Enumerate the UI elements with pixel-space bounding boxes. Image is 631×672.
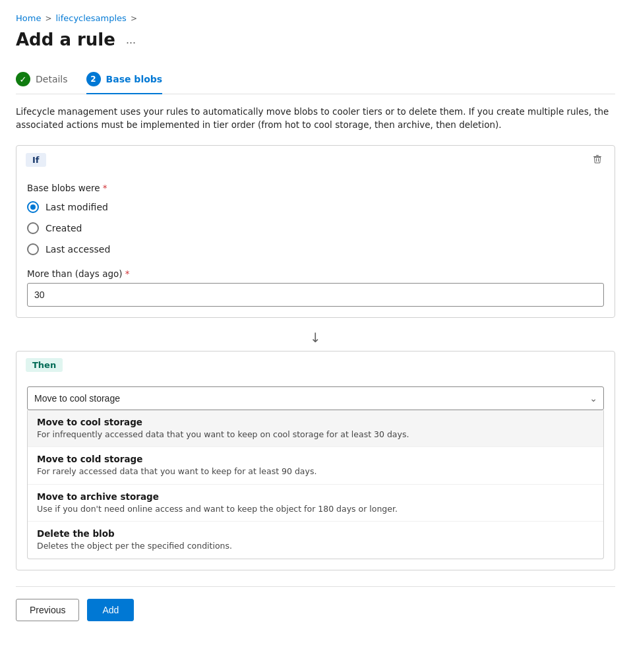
radio-group: Last modified Created Last accessed	[27, 201, 604, 255]
days-ago-input[interactable]	[27, 283, 604, 307]
action-dropdown[interactable]: Move to cool storage Move to cold storag…	[27, 386, 604, 410]
previous-button[interactable]: Previous	[16, 599, 79, 621]
breadcrumb-sep1: >	[45, 14, 51, 23]
add-button[interactable]: Add	[87, 599, 134, 621]
dropdown-option-cold-desc: For rarely accessed data that you want t…	[37, 466, 594, 477]
breadcrumb: Home > lifecyclesamples >	[16, 13, 615, 23]
page-title-row: Add a rule ...	[16, 30, 615, 49]
tab-base-blobs-label: Base blobs	[106, 74, 163, 84]
breadcrumb-sep2: >	[131, 14, 137, 23]
radio-last-modified-circle	[27, 201, 39, 213]
radio-created-label: Created	[45, 223, 82, 233]
dropdown-option-archive[interactable]: Move to archive storage Use if you don't…	[28, 484, 603, 522]
dropdown-menu: Move to cool storage For infrequently ac…	[27, 410, 604, 559]
dropdown-option-cool-desc: For infrequently accessed data that you …	[37, 429, 594, 441]
tabs-row: ✓ Details 2 Base blobs	[16, 65, 615, 94]
footer-bar: Previous Add	[16, 586, 615, 625]
radio-last-modified-label: Last modified	[45, 202, 108, 212]
dropdown-option-delete[interactable]: Delete the blob Deletes the object per t…	[28, 521, 603, 559]
if-delete-button[interactable]	[589, 152, 605, 168]
dropdown-option-archive-title: Move to archive storage	[37, 491, 594, 502]
if-section-header: If	[16, 146, 615, 175]
radio-created[interactable]: Created	[27, 222, 604, 234]
dropdown-option-archive-desc: Use if you don't need online access and …	[37, 503, 594, 515]
radio-last-accessed-label: Last accessed	[45, 244, 110, 255]
radio-last-accessed[interactable]: Last accessed	[27, 243, 604, 255]
dropdown-option-delete-title: Delete the blob	[37, 528, 594, 539]
svg-rect-1	[596, 155, 599, 156]
radio-last-accessed-circle	[27, 243, 39, 255]
dropdown-option-cold-title: Move to cold storage	[37, 454, 594, 464]
breadcrumb-home[interactable]: Home	[16, 13, 41, 23]
tab-base-blobs-num: 2	[86, 72, 101, 86]
if-section-card: If Base blobs were * Last modified Creat…	[16, 145, 615, 318]
then-section-body: Move to cool storage Move to cold storag…	[16, 379, 615, 570]
if-section-body: Base blobs were * Last modified Created …	[16, 175, 615, 317]
page-title: Add a rule	[16, 30, 115, 49]
base-blobs-were-label: Base blobs were *	[27, 183, 604, 193]
dropdown-option-cold[interactable]: Move to cold storage For rarely accessed…	[28, 446, 603, 484]
tab-details-label: Details	[36, 74, 68, 84]
arrow-down: ↓	[16, 324, 615, 351]
tab-base-blobs[interactable]: 2 Base blobs	[86, 65, 163, 94]
radio-created-circle	[27, 222, 39, 234]
description-text: Lifecycle management uses your rules to …	[16, 105, 609, 132]
dropdown-option-cool-title: Move to cool storage	[37, 417, 594, 427]
more-than-label: More than (days ago) *	[27, 268, 604, 279]
tab-details[interactable]: ✓ Details	[16, 65, 68, 94]
then-section-card: Then Move to cool storage Move to cold s…	[16, 351, 615, 570]
radio-last-modified[interactable]: Last modified	[27, 201, 604, 213]
dropdown-option-delete-desc: Deletes the object per the specified con…	[37, 540, 594, 552]
then-section-header: Then	[16, 351, 615, 379]
tab-details-check-icon: ✓	[16, 72, 30, 86]
action-dropdown-container: Move to cool storage Move to cold storag…	[27, 386, 604, 410]
ellipsis-button[interactable]: ...	[122, 32, 140, 48]
if-label: If	[26, 153, 46, 167]
breadcrumb-lifecycle[interactable]: lifecyclesamples	[55, 13, 126, 23]
then-label: Then	[26, 358, 63, 372]
dropdown-option-cool[interactable]: Move to cool storage For infrequently ac…	[28, 410, 603, 447]
